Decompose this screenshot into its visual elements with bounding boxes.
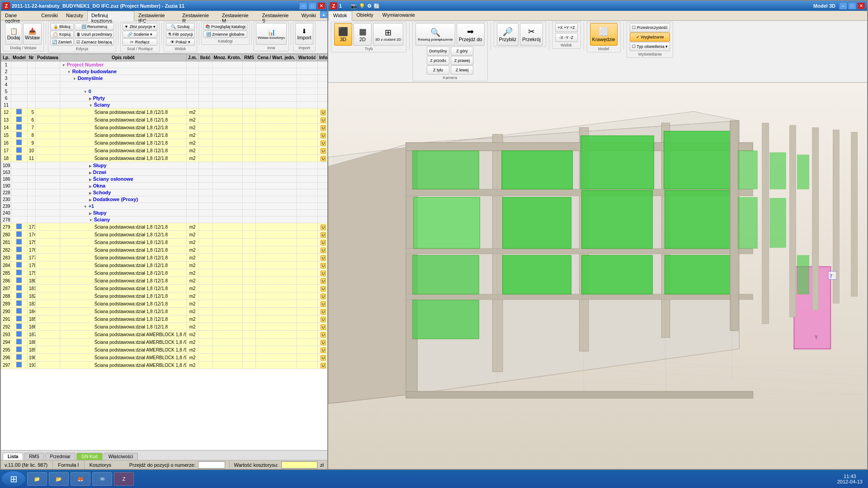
btn-z-prawej[interactable]: Z prawej (451, 56, 473, 65)
row-checkbox[interactable] (16, 354, 22, 360)
row-checkbox[interactable] (16, 117, 22, 122)
table-row[interactable]: 285179Ściana podstawowa:dział 1,8 /12/1.… (1, 269, 328, 277)
table-row[interactable]: 283177Ściana podstawowa:dział 1,8 /12/1.… (1, 254, 328, 262)
tab-kod[interactable]: GN Kod (76, 453, 103, 460)
row-checkbox[interactable] (16, 285, 22, 291)
btn-domyslny[interactable]: Domyślny (427, 47, 449, 56)
btn-xyz-minus[interactable]: -X -Y -Z (555, 33, 578, 42)
table-row[interactable]: 295189Ściana podstawowa:dział AMERBLOCK … (1, 346, 328, 354)
cell-model[interactable] (11, 210, 28, 216)
row-checkbox[interactable] (16, 300, 22, 306)
kopiuj-btn[interactable]: 📋 Kopiuj (50, 31, 74, 38)
tab-dane-ogolne[interactable]: Dane ogólne (1, 11, 37, 20)
pokaz-btn[interactable]: 👁 Pokaż ▾ (166, 38, 195, 46)
table-row[interactable]: 4 (1, 82, 328, 88)
table-row[interactable]: 289183Ściana podstawowa:dział 1,8 /12/1.… (1, 300, 328, 308)
taskbar-folder2[interactable]: 📂 (49, 472, 69, 486)
row-checkbox[interactable] (16, 262, 22, 267)
right-tab-obiekty[interactable]: Obiekty (352, 11, 378, 20)
settings-icon[interactable]: ⚙ (367, 3, 372, 9)
wartosc-input[interactable] (281, 461, 317, 469)
cell-model[interactable] (11, 308, 28, 315)
cell-model[interactable] (11, 323, 28, 331)
cell-model[interactable] (11, 124, 28, 131)
zaznacz-btn[interactable]: ☑ Zaznacz bieżącą (75, 38, 114, 46)
row-checkbox[interactable] (16, 140, 22, 145)
zmienne-btn[interactable]: 🔣 Zmienne globalne (203, 31, 248, 38)
cell-model[interactable] (11, 88, 28, 95)
cell-model[interactable] (11, 147, 28, 155)
cell-model[interactable] (11, 155, 28, 162)
row-checkbox[interactable] (16, 316, 22, 321)
cell-model[interactable] (11, 300, 28, 308)
table-row[interactable]: 3▼Domyślnie (1, 75, 328, 82)
table-row[interactable]: 125Ściana podstawowa:dział 1,8 /12/1.8m2… (1, 108, 328, 116)
table-row[interactable]: 281175Ściana podstawowa:dział 1,8 /12/1.… (1, 239, 328, 246)
table-row[interactable]: 6▶Płyty (1, 95, 328, 102)
btn-przekroj[interactable]: ✂ Przekrój (520, 23, 542, 46)
btn-z-tylu[interactable]: Z tyłu (427, 66, 449, 75)
table-row[interactable]: 109▶Słupy (1, 162, 328, 169)
row-checkbox[interactable] (16, 324, 22, 329)
table-row[interactable]: 287181Ściana podstawowa:dział 1,8 /12/1.… (1, 285, 328, 292)
collapse-icon[interactable]: ▼ (67, 70, 71, 74)
tab-zestawienie-s[interactable]: Zestawienie S (258, 11, 297, 20)
btn-przejdz[interactable]: ➡ Przejdź do (457, 23, 485, 46)
table-row[interactable]: 228▶Schody (1, 189, 328, 196)
cell-model[interactable] (11, 102, 28, 108)
row-checkbox[interactable] (16, 331, 22, 337)
cell-model[interactable] (11, 216, 28, 223)
row-checkbox[interactable] (16, 339, 22, 344)
tab-zestawienie-m[interactable]: Zestawienie M (218, 11, 258, 20)
scalenie-btn[interactable]: 🔗 Scalenie ▾ (123, 31, 157, 38)
collapse-icon[interactable]: ▼ (62, 63, 66, 67)
table-row[interactable]: 147Ściana podstawowa:dział 1,8 /12/1.8m2… (1, 124, 328, 131)
cell-model[interactable] (11, 116, 28, 124)
usun-przedmiary-btn[interactable]: 🗑 Usuń przedmiary (75, 31, 114, 38)
table-row[interactable]: 169Ściana podstawowa:dział 1,8 /12/1.8m2… (1, 139, 328, 147)
close-btn-left[interactable]: ✕ (317, 2, 326, 9)
taskbar-firefox[interactable]: 🦊 (71, 472, 90, 486)
expand-icon[interactable]: ▶ (89, 164, 92, 168)
table-row[interactable]: 1811Ściana podstawowa:dział 1,8 /12/1.8m… (1, 155, 328, 162)
table-row[interactable]: 5▼0 (1, 88, 328, 95)
row-checkbox[interactable] (16, 109, 22, 114)
cell-model[interactable] (11, 277, 28, 285)
right-tab-widok[interactable]: Widok (328, 11, 352, 21)
cell-model[interactable] (11, 223, 28, 231)
btn-krawedzie[interactable]: ⬜ Krawędzie (590, 23, 618, 46)
btn-3d-rzuty[interactable]: ⊞ 3D z rzutami 2D (373, 23, 403, 46)
expand-icon[interactable]: ▶ (89, 171, 92, 175)
table-row[interactable]: 163▶Drzwi (1, 169, 328, 176)
table-row[interactable]: 288182Ściana podstawowa:dział 1,8 /12/1.… (1, 292, 328, 300)
renumeruj-btn[interactable]: 🔢 Renumeruj (75, 23, 114, 30)
tab-rms[interactable]: RMS (24, 453, 44, 460)
btn-przestroczystosc[interactable]: ☐ Przestroczystość (630, 23, 670, 32)
table-row[interactable]: 280174Ściana podstawowa:dział 1,8 /12/1.… (1, 231, 328, 239)
collapse-icon[interactable]: ▼ (89, 218, 93, 222)
table-row[interactable]: 279173Ściana podstawowa:dział 1,8 /12/1.… (1, 223, 328, 231)
row-checkbox[interactable] (16, 277, 22, 283)
szukaj-btn[interactable]: 🔍 Szukaj (166, 23, 195, 30)
tab-wyniki[interactable]: Wyniki (297, 11, 320, 20)
import-btn[interactable]: ⬇ Import (295, 23, 313, 45)
blokuj-btn[interactable]: 🔒 Blokuj (50, 23, 74, 30)
cell-model[interactable] (11, 131, 28, 139)
tab-cenniki[interactable]: Cenniki (37, 11, 62, 20)
start-button[interactable]: ⊞ (2, 471, 25, 487)
nav-input[interactable] (198, 461, 225, 469)
table-row[interactable]: 136Ściana podstawowa:dział 1,8 /12/1.8m2… (1, 116, 328, 124)
cell-model[interactable] (11, 183, 28, 189)
cell-model[interactable] (11, 61, 28, 68)
cell-model[interactable] (11, 246, 28, 254)
row-checkbox[interactable] (16, 132, 22, 137)
tab-narzuty[interactable]: Narzuty (62, 11, 87, 20)
btn-3d[interactable]: ⬛ 3D (334, 23, 352, 46)
tab-definiuj-kosztorys[interactable]: Definiuj kosztorys (87, 11, 134, 21)
cell-model[interactable] (11, 95, 28, 102)
zloz-pozycje-btn[interactable]: ▼ Złóż pozycje ▾ (123, 23, 157, 30)
table-row[interactable]: 278▼Ściany (1, 216, 328, 223)
cell-model[interactable] (11, 189, 28, 196)
btn-2d[interactable]: ▦ 2D (354, 23, 372, 46)
row-checkbox[interactable] (16, 308, 22, 314)
